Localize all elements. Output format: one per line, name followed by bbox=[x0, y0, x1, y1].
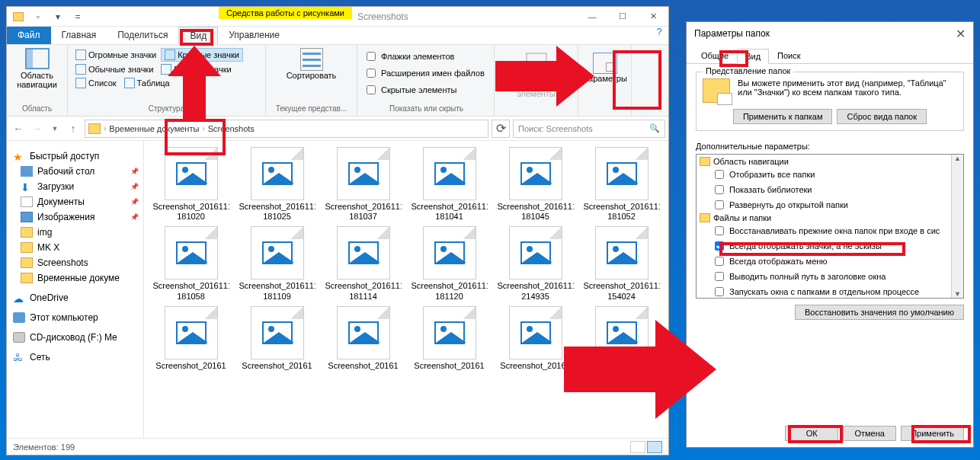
nav-history-button[interactable]: ▼ bbox=[46, 120, 63, 138]
sort-label[interactable]: Сортировать bbox=[287, 71, 337, 80]
explorer-window: ▫ ▾ = Средства работы с рисунками Screen… bbox=[6, 6, 669, 455]
layout-medium[interactable]: Обычные значки bbox=[72, 63, 156, 75]
file-item[interactable]: Screenshot_20161118-181020 bbox=[150, 147, 232, 222]
chk-ff-0[interactable] bbox=[715, 226, 724, 235]
navigation-pane-icon[interactable] bbox=[25, 48, 50, 69]
nav-downloads[interactable]: ⬇Загрузки📌 bbox=[7, 179, 143, 194]
nav-onedrive[interactable]: ☁OneDrive bbox=[7, 290, 143, 305]
file-item[interactable]: Screenshot_20161119-154024 bbox=[581, 226, 662, 301]
dialog-tab-view[interactable]: Вид bbox=[737, 49, 769, 64]
layout-details[interactable]: Таблица bbox=[121, 77, 173, 89]
refresh-button[interactable]: ⟳ bbox=[492, 120, 510, 138]
checkbox-item-flags[interactable] bbox=[367, 52, 376, 61]
advanced-settings-tree[interactable]: Область навигации Отобразить все папки П… bbox=[696, 154, 964, 299]
reset-folders-button[interactable]: Сброс вида папок bbox=[837, 109, 927, 124]
help-icon[interactable]: ? bbox=[650, 27, 668, 44]
nav-img[interactable]: img bbox=[7, 225, 143, 240]
tab-view[interactable]: Вид bbox=[178, 27, 218, 44]
restore-defaults-button[interactable]: Восстановить значения по умолчанию bbox=[795, 305, 964, 320]
tree-nav-pane[interactable]: Область навигации bbox=[698, 156, 962, 167]
folder-views-icon bbox=[703, 78, 730, 103]
nav-tempdocs[interactable]: Временные докуме bbox=[7, 270, 143, 286]
nav-quick-access[interactable]: ★Быстрый доступ bbox=[7, 149, 143, 164]
checkbox-hidden-items[interactable] bbox=[367, 85, 376, 94]
tree-files-folders[interactable]: Файлы и папки bbox=[698, 212, 962, 223]
sort-icon[interactable] bbox=[300, 48, 323, 71]
nav-screenshots[interactable]: Screenshots bbox=[7, 255, 143, 270]
tab-share[interactable]: Поделиться bbox=[107, 27, 178, 44]
file-item[interactable]: Screenshot_20161 bbox=[581, 306, 662, 371]
titlebar: ▫ ▾ = Средства работы с рисунками Screen… bbox=[7, 7, 668, 27]
chk-show-libraries[interactable] bbox=[715, 185, 724, 194]
file-item[interactable]: Screenshot_20161 bbox=[495, 306, 576, 371]
file-item[interactable]: Screenshot_20161118-181052 bbox=[581, 147, 662, 222]
file-item[interactable]: Screenshot_20161118-181037 bbox=[322, 147, 404, 222]
nav-documents[interactable]: Документы📌 bbox=[7, 194, 143, 209]
file-thumbnail bbox=[423, 147, 476, 200]
chk-ff-3[interactable] bbox=[715, 272, 724, 281]
file-item[interactable]: Screenshot_20161118-181109 bbox=[236, 226, 318, 301]
view-details-button[interactable] bbox=[630, 441, 645, 453]
layout-small[interactable]: Мелкие значки bbox=[158, 63, 234, 75]
chk-ff-1[interactable] bbox=[715, 241, 724, 251]
file-item[interactable]: Screenshot_20161118-181058 bbox=[150, 226, 232, 301]
file-thumbnail bbox=[165, 147, 218, 200]
nav-mkx[interactable]: MK X bbox=[7, 240, 143, 255]
nav-back-button[interactable]: ← bbox=[10, 120, 27, 138]
breadcrumb[interactable]: Временные документы bbox=[109, 124, 199, 133]
nav-this-pc[interactable]: Этот компьютер bbox=[7, 310, 143, 325]
folder-icon[interactable] bbox=[10, 8, 27, 25]
apply-button[interactable]: Применить bbox=[901, 426, 964, 441]
nav-network[interactable]: 🖧Сеть bbox=[7, 350, 143, 365]
file-item[interactable]: Screenshot_20161118-214935 bbox=[495, 226, 576, 301]
dialog-tab-general[interactable]: Общие bbox=[693, 48, 737, 63]
view-icons-button[interactable] bbox=[647, 441, 662, 453]
file-item[interactable]: Screenshot_20161118-181114 bbox=[322, 226, 404, 301]
nav-desktop[interactable]: Рабочий стол📌 bbox=[7, 164, 143, 179]
file-item[interactable]: Screenshot_20161118-181120 bbox=[408, 226, 490, 301]
ribbon-hide-selected: Скрыть выбранные элементы bbox=[495, 45, 578, 116]
tab-home[interactable]: Главная bbox=[51, 27, 107, 44]
tab-manage[interactable]: Управление bbox=[218, 27, 290, 44]
file-item[interactable]: Screenshot_20161 bbox=[236, 306, 318, 371]
dialog-tab-search[interactable]: Поиск bbox=[769, 48, 809, 63]
file-item[interactable]: Screenshot_20161 bbox=[408, 306, 490, 371]
address-bar[interactable]: › Временные документы › Screenshots bbox=[85, 120, 488, 138]
cancel-button[interactable]: Отмена bbox=[843, 426, 896, 441]
qat-dropdown-icon[interactable]: = bbox=[69, 8, 86, 25]
tab-file[interactable]: Файл bbox=[7, 27, 51, 44]
search-input[interactable]: Поиск: Screenshots 🔍 bbox=[513, 120, 665, 138]
new-folder-icon[interactable]: ▾ bbox=[50, 8, 66, 25]
chk-ff-4[interactable] bbox=[715, 287, 724, 296]
layout-list[interactable]: Список bbox=[72, 77, 120, 89]
dialog-close-button[interactable]: ✕ bbox=[956, 27, 966, 41]
folder-icon bbox=[88, 123, 101, 134]
layout-extralarge[interactable]: Огромные значки bbox=[72, 48, 159, 62]
file-item[interactable]: Screenshot_20161118-181041 bbox=[408, 147, 490, 222]
close-button[interactable]: ✕ bbox=[638, 7, 668, 27]
checkbox-file-extensions[interactable] bbox=[367, 69, 376, 78]
file-item[interactable]: Screenshot_20161 bbox=[150, 306, 232, 371]
layout-large[interactable]: Крупные значки bbox=[161, 48, 243, 62]
file-name: Screenshot_20161 bbox=[325, 361, 402, 371]
address-bar-row: ← → ▼ ↑ › Временные документы › Screensh… bbox=[7, 117, 668, 141]
file-item[interactable]: Screenshot_20161118-181025 bbox=[236, 147, 318, 222]
chk-show-all-folders[interactable] bbox=[715, 170, 724, 179]
apply-to-folders-button[interactable]: Применить к папкам bbox=[733, 109, 833, 124]
file-item[interactable]: Screenshot_20161118-181045 bbox=[495, 147, 576, 222]
navigation-pane-label[interactable]: Область навигации bbox=[11, 71, 62, 89]
ribbon-options-button[interactable]: Параметры bbox=[578, 45, 632, 116]
breadcrumb[interactable]: Screenshots bbox=[208, 124, 255, 133]
nav-pictures[interactable]: Изображения📌 bbox=[7, 209, 143, 225]
ok-button[interactable]: ОК bbox=[785, 426, 838, 441]
chk-ff-2[interactable] bbox=[715, 257, 724, 266]
file-item[interactable]: Screenshot_20161 bbox=[322, 306, 404, 371]
properties-icon[interactable]: ▫ bbox=[30, 8, 46, 25]
maximize-button[interactable]: ☐ bbox=[607, 7, 638, 27]
nav-up-button[interactable]: ↑ bbox=[65, 120, 82, 138]
chk-expand-to-folder[interactable] bbox=[715, 200, 724, 209]
nav-forward-button[interactable]: → bbox=[28, 120, 45, 138]
tree-scrollbar[interactable] bbox=[951, 155, 963, 298]
minimize-button[interactable]: — bbox=[577, 7, 607, 27]
nav-cd-drive[interactable]: CD-дисковод (F:) Me bbox=[7, 330, 143, 345]
